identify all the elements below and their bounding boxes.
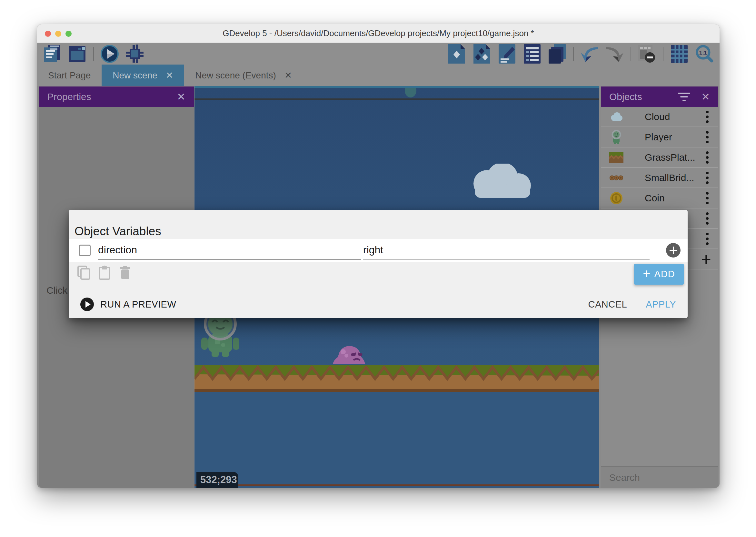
instances-list-icon[interactable] [472,45,491,63]
variable-checkbox[interactable] [79,245,91,256]
redo-icon[interactable] [605,45,624,63]
properties-edit-icon[interactable] [498,45,516,63]
svg-text:1:1: 1:1 [699,50,707,56]
player-thumbnail-icon [609,130,624,144]
object-menu-icon[interactable] [706,111,709,123]
preview-play-icon[interactable] [100,45,119,63]
objects-search-bar [601,466,718,488]
delete-icon[interactable] [118,265,132,280]
grass-platform[interactable] [195,365,599,392]
debug-chip-icon[interactable] [126,45,144,63]
properties-panel-title: Properties [47,91,91,102]
slime-enemy-sprite[interactable] [332,345,366,366]
tab-start-page[interactable]: Start Page [37,64,101,86]
objects-panel-header: Objects ✕ [601,87,718,107]
window-title: GDevelop 5 - /Users/david/Documents/GDev… [37,28,720,38]
zoom-window-button[interactable] [65,31,72,37]
object-menu-icon[interactable] [706,233,709,245]
toolbar-separator [663,47,663,61]
add-object-button[interactable]: + [701,250,711,268]
variable-value-field [363,241,650,260]
tab-label: New scene [113,70,157,81]
variable-value-input[interactable] [363,244,650,256]
object-label: Coin [645,193,665,204]
minimize-window-button[interactable] [55,31,61,37]
project-manager-icon[interactable] [43,45,61,63]
object-variables-dialog: Object Variables + ADD RUN A PREVIEW [69,210,688,318]
close-tab-icon[interactable]: ✕ [166,71,173,80]
variables-toolbar [76,265,132,280]
tab-new-scene-events[interactable]: New scene (Events) ✕ [184,64,303,86]
object-row-coin[interactable]: Coin [601,188,718,208]
object-menu-icon[interactable] [706,192,709,204]
dialog-title: Object Variables [74,225,161,238]
cloud-sprite[interactable] [459,164,542,202]
main-toolbar: 1:1 [37,43,720,64]
objects-panel-title: Objects [609,91,642,102]
object-row-smallbridge[interactable]: SmallBrid... [601,168,718,188]
copy-icon[interactable] [76,265,91,280]
toolbar-separator [573,47,574,61]
close-window-button[interactable] [45,31,51,37]
properties-panel-header: Properties ✕ [39,87,194,107]
add-child-variable-button[interactable] [666,243,681,258]
render-mask-icon[interactable] [638,45,656,63]
play-icon [80,298,94,311]
object-menu-icon[interactable] [706,212,709,225]
object-label: Player [645,132,672,143]
object-menu-icon[interactable] [706,151,709,164]
titlebar: GDevelop 5 - /Users/david/Documents/GDev… [37,24,720,43]
tab-label: Start Page [48,70,91,81]
window-controls [45,31,72,37]
close-tab-icon[interactable]: ✕ [284,71,292,80]
coin-thumbnail-icon [609,191,624,205]
grid-icon[interactable] [670,45,689,63]
plus-icon: + [643,267,650,280]
object-groups-icon[interactable] [548,45,567,63]
object-row-grassplatform[interactable]: GrassPlat... [601,147,718,168]
scene-window-icon[interactable] [68,45,87,63]
filter-icon[interactable] [678,93,690,101]
object-menu-icon[interactable] [706,131,709,143]
paste-icon[interactable] [97,265,112,280]
editor-tabbar: Start Page New scene ✕ New scene (Events… [37,64,720,86]
tab-new-scene[interactable]: New scene ✕ [101,64,184,86]
variable-row [69,239,688,262]
layers-list-icon[interactable] [523,45,542,63]
object-row-player[interactable]: Player [601,127,718,147]
object-label: SmallBrid... [645,172,694,183]
undo-icon[interactable] [580,45,599,63]
cloud-thumbnail-icon [609,110,624,124]
add-variable-button[interactable]: + ADD [634,264,684,285]
dialog-footer: RUN A PREVIEW CANCEL APPLY [69,290,688,318]
object-row-cloud[interactable]: Cloud [601,107,718,127]
variable-name-field [98,241,361,260]
variable-name-input[interactable] [98,244,361,256]
offscreen-object-marker [405,86,416,98]
object-label: Cloud [645,111,670,122]
object-label: GrassPlat... [645,152,695,163]
object-menu-icon[interactable] [706,172,709,184]
zoom-1-1-icon[interactable]: 1:1 [695,45,714,63]
scene-bottom-border [195,484,599,486]
close-panel-icon[interactable]: ✕ [701,91,710,103]
cancel-button[interactable]: CANCEL [588,299,627,310]
tab-label: New scene (Events) [195,70,276,81]
scene-window-border [195,99,599,100]
apply-button[interactable]: APPLY [646,299,676,310]
toolbar-separator [93,47,94,61]
grass-platform-thumbnail-icon [609,150,624,165]
small-bridge-thumbnail-icon [609,171,624,185]
cursor-coordinates-badge: 532;293 [196,472,238,488]
objects-search-input[interactable] [609,472,718,483]
run-preview-button[interactable]: RUN A PREVIEW [80,298,176,311]
objects-editor-icon[interactable] [447,45,466,63]
toolbar-separator [630,47,631,61]
close-panel-icon[interactable]: ✕ [177,91,185,103]
